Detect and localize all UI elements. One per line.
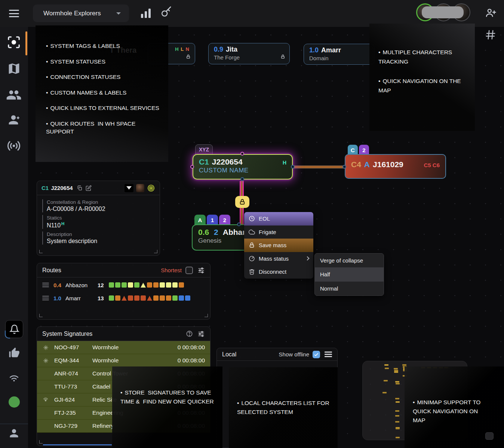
broadcast-icon[interactable] xyxy=(6,138,22,155)
signature-id: NOO-497 xyxy=(54,344,92,351)
copy-icon[interactable] xyxy=(77,185,83,191)
mass-lock-badge[interactable] xyxy=(235,196,249,208)
thumbs-up-icon[interactable] xyxy=(8,347,20,360)
connection-handle[interactable] xyxy=(237,223,241,226)
topbar: Wormhole Explorers xyxy=(0,0,504,27)
minimap-control[interactable] xyxy=(485,432,494,440)
show-offline-checkbox[interactable] xyxy=(313,351,320,358)
resize-handle[interactable] xyxy=(39,440,43,444)
security-status: 0.6 xyxy=(198,228,209,236)
effect-label: A xyxy=(364,160,370,169)
signature-id: TTU-773 xyxy=(54,383,92,390)
route-jump-square xyxy=(172,282,178,288)
ship-icon[interactable] xyxy=(125,184,133,192)
submenu-item-verge[interactable]: Verge of collapse xyxy=(315,254,384,267)
menu-item-frigate[interactable]: Frigate xyxy=(244,225,313,239)
show-offline-label: Show offline xyxy=(279,351,309,358)
menu-icon[interactable] xyxy=(9,10,19,17)
route-jump-square xyxy=(115,282,120,288)
menu-item-save-mass[interactable]: Save mass xyxy=(244,239,313,252)
route-strip xyxy=(109,295,190,301)
online-status-dot[interactable] xyxy=(9,396,20,408)
system-node-c1[interactable]: C1 J220654 H CUSTOM NAME xyxy=(193,154,293,179)
resize-handle[interactable] xyxy=(205,314,208,317)
minimap-system-mark xyxy=(382,392,387,393)
minimap-system-mark xyxy=(384,380,388,381)
system-node-amarr[interactable]: 1.0Amarr Domain xyxy=(304,44,375,65)
connection-handle[interactable] xyxy=(240,152,244,156)
user-add-icon[interactable] xyxy=(485,7,497,20)
lock-icon xyxy=(280,54,285,61)
signature-row[interactable]: EQM-344Wormhole0 00:08:00 xyxy=(37,354,210,367)
security-status: 1.0 xyxy=(53,295,65,301)
route-mode-label[interactable]: Shortest xyxy=(161,267,182,273)
route-jump-square xyxy=(122,282,127,288)
user-add-icon[interactable] xyxy=(7,113,21,128)
count-tag: 2 xyxy=(219,215,230,225)
resize-handle[interactable] xyxy=(39,250,43,253)
panel-title: System Signatures xyxy=(42,331,92,337)
submenu-item-normal[interactable]: Normal xyxy=(315,282,384,295)
signature-row[interactable]: NOO-497Wormhole0 00:08:00 xyxy=(37,341,210,354)
character-avatar[interactable] xyxy=(136,184,144,192)
signature-id: ANR-074 xyxy=(54,370,92,377)
panel-title: Routes xyxy=(42,267,61,274)
signature-timer: 0 00:08:00 xyxy=(178,344,210,351)
wormhole-connection[interactable] xyxy=(294,166,345,168)
user-icon[interactable] xyxy=(8,427,20,441)
count-tag: 2 xyxy=(359,145,369,155)
menu-item-disconnect[interactable]: Disconnect xyxy=(244,265,313,279)
route-jump-square xyxy=(153,295,159,301)
menu-item-eol[interactable]: EOL xyxy=(244,212,313,225)
focus-icon[interactable] xyxy=(6,35,21,51)
wifi-icon[interactable] xyxy=(8,372,20,385)
wormhole-effect-icon[interactable] xyxy=(147,184,155,192)
drag-handle-icon[interactable] xyxy=(42,295,49,301)
resize-handle[interactable] xyxy=(154,250,157,253)
route-jump-square xyxy=(179,282,184,288)
region-name: Domain xyxy=(309,55,369,61)
submenu-item-half[interactable]: Half xyxy=(315,267,384,281)
system-name: Abhan xyxy=(223,228,247,236)
drag-handle-icon[interactable] xyxy=(42,282,49,288)
signature-timer: 0 00:08:00 xyxy=(178,357,210,364)
security-status: 1.0 xyxy=(309,46,319,54)
sliders-icon[interactable] xyxy=(197,330,205,338)
jump-count: 12 xyxy=(98,282,109,288)
route-jump-triangle xyxy=(141,283,146,288)
menu-item-mass-status[interactable]: Mass status xyxy=(244,252,313,266)
map-selector-dropdown[interactable]: Wormhole Explorers xyxy=(33,4,129,22)
route-mode-checkbox[interactable] xyxy=(185,267,193,274)
relic-icon xyxy=(37,397,54,403)
key-icon[interactable] xyxy=(161,6,172,19)
panel-menu-icon[interactable] xyxy=(325,350,332,359)
help-icon[interactable] xyxy=(186,330,193,337)
connection-handle[interactable] xyxy=(342,165,346,169)
minimap-system-mark xyxy=(395,410,399,412)
route-jump-square xyxy=(160,295,165,301)
minimap-system-mark xyxy=(394,371,398,373)
edit-icon[interactable] xyxy=(86,185,92,191)
trash-icon xyxy=(249,269,255,275)
check-icon xyxy=(314,352,319,357)
sliders-icon[interactable] xyxy=(197,267,205,274)
map-icon[interactable] xyxy=(7,62,21,77)
connection-handle[interactable] xyxy=(240,177,244,181)
route-row[interactable]: 1.0Amarr13 xyxy=(37,292,210,304)
connection-handle[interactable] xyxy=(190,165,194,169)
hash-icon[interactable] xyxy=(485,29,496,42)
users-icon[interactable] xyxy=(6,87,22,104)
wormhole-icon xyxy=(37,345,54,350)
pilot-count: 2 xyxy=(214,228,218,236)
route-jump-square xyxy=(172,295,178,301)
system-name: J220654 xyxy=(51,185,73,191)
bar-chart-icon[interactable] xyxy=(141,8,151,18)
resize-handle[interactable] xyxy=(39,314,43,317)
route-jump-square xyxy=(179,295,184,301)
connection-handle[interactable] xyxy=(291,165,295,169)
route-row[interactable]: 0.4Ahbazon12 xyxy=(37,279,210,291)
info-section: Constellation & Region A-C00008 / A-R000… xyxy=(42,199,160,212)
system-node-c4[interactable]: C4 A J161029 C5 C6 xyxy=(345,154,446,179)
system-node-jita[interactable]: 0.9Jita The Forge xyxy=(208,43,290,64)
region-name: The Forge xyxy=(214,54,284,61)
